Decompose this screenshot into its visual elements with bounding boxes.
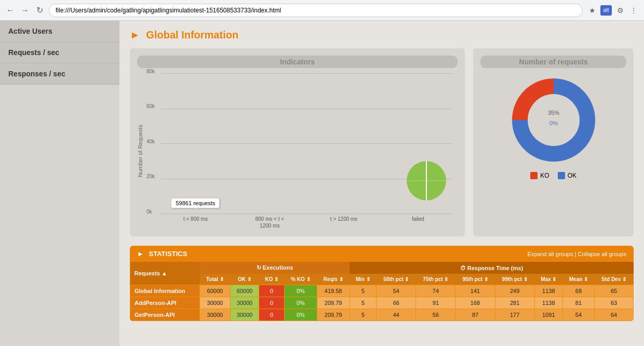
col-pct50[interactable]: 50th pct ⇕ xyxy=(377,274,416,285)
cell-ok: 60000 xyxy=(230,285,259,297)
x-label-lt800: t < 800 ms xyxy=(166,216,225,229)
col-ok[interactable]: OK ⇕ xyxy=(230,274,259,285)
cell-total: 30000 xyxy=(200,297,230,309)
page-title: ► Global Information xyxy=(130,29,634,41)
col-pct-ko[interactable]: % KO ⇕ xyxy=(285,274,317,285)
ko-color xyxy=(530,172,538,179)
cell-pct50: 54 xyxy=(377,285,416,297)
charts-row: Indicators Number of Requests 80k 60k 40… xyxy=(130,48,634,236)
svg-text:35%: 35% xyxy=(548,110,559,116)
pie-chart-title: Number of requests xyxy=(480,56,626,68)
collapse-all-link[interactable]: Collapse all groups xyxy=(578,251,626,257)
y-axis-label: Number of Requests xyxy=(137,73,143,229)
table-row: GetPerson-API 30000 30000 0 0% 209.79 5 … xyxy=(130,309,634,321)
col-requests: Requests ▲ xyxy=(130,262,200,285)
sidebar-item-requests-sec[interactable]: Requests / sec xyxy=(0,42,119,63)
cell-pct-ko: 0% xyxy=(285,297,317,309)
grid-label-0k: 0k xyxy=(146,208,152,214)
stats-tbody: Global Information 60000 60000 0 0% 419.… xyxy=(130,285,634,321)
ext1-icon: att xyxy=(600,5,612,16)
bar-chart-inner: 80k 60k 40k 20k 0k 59861 requests xyxy=(145,73,458,229)
grid-label-80k: 80k xyxy=(146,68,155,74)
col-mean[interactable]: Mean ⇕ xyxy=(562,274,594,285)
stats-header: ► STATISTICS Expand all groups | Collaps… xyxy=(130,246,634,262)
cell-pct-ko: 0% xyxy=(285,309,317,321)
back-button[interactable]: ← xyxy=(5,5,16,16)
cell-req-s: 209.79 xyxy=(317,297,350,309)
cell-std-dev: 64 xyxy=(595,309,634,321)
pie-legend: KO OK xyxy=(530,172,576,179)
content-area: ► Global Information Indicators Number o… xyxy=(119,21,644,346)
stats-title: ► STATISTICS xyxy=(137,250,187,258)
cell-ok: 30000 xyxy=(230,297,259,309)
grid-label-40k: 40k xyxy=(146,138,155,144)
cell-max: 1091 xyxy=(534,309,562,321)
cell-pct75: 56 xyxy=(416,309,455,321)
cell-pct75: 91 xyxy=(416,297,455,309)
col-max[interactable]: Max ⇕ xyxy=(534,274,562,285)
clock-icon: ⏱ xyxy=(460,265,466,271)
col-ko[interactable]: KO ⇕ xyxy=(259,274,285,285)
col-response-time: ⏱ Response Time (ms) xyxy=(350,262,633,274)
cell-ko: 0 xyxy=(259,297,285,309)
cell-ko: 0 xyxy=(259,309,285,321)
cell-max: 1138 xyxy=(534,285,562,297)
cell-req-s: 209.79 xyxy=(317,309,350,321)
cell-pct99: 281 xyxy=(495,297,534,309)
menu-icon[interactable]: ⋮ xyxy=(628,5,639,16)
col-std-dev[interactable]: Std Dev ⇕ xyxy=(595,274,634,285)
legend-ok: OK xyxy=(558,172,576,179)
star-icon[interactable]: ★ xyxy=(587,5,597,16)
cell-mean: 68 xyxy=(562,285,594,297)
svg-text:0%: 0% xyxy=(549,120,558,126)
cell-name: AddPerson-API xyxy=(130,297,200,309)
reload-button[interactable]: ↻ xyxy=(34,5,45,16)
url-bar[interactable] xyxy=(49,4,583,17)
x-axis-labels: t < 800 ms 800 ms < t <1200 ms t > 1200 … xyxy=(161,216,452,229)
cell-req-s: 419.58 xyxy=(317,285,350,297)
cell-std-dev: 63 xyxy=(595,297,634,309)
stats-header-links: Expand all groups | Collapse all groups xyxy=(527,251,626,257)
legend-ko: KO xyxy=(530,172,549,179)
ext2-icon: ⚙ xyxy=(615,5,625,16)
cell-pct-ko: 0% xyxy=(285,285,317,297)
cell-std-dev: 65 xyxy=(595,285,634,297)
col-total[interactable]: Total ⇕ xyxy=(200,274,230,285)
cell-pct95: 87 xyxy=(455,309,495,321)
cell-max: 1138 xyxy=(534,297,562,309)
pie-chart-box: Number of requests 35% 0% xyxy=(473,48,634,236)
ko-label: KO xyxy=(540,172,549,179)
bar-chart-area: Number of Requests 80k 60k 40k 20k 0k xyxy=(137,73,458,229)
col-req-s[interactable]: Req/s ⇕ xyxy=(317,274,350,285)
refresh-icon: ↻ xyxy=(257,264,261,271)
cell-pct50: 66 xyxy=(377,297,416,309)
title-arrow-icon: ► xyxy=(130,29,140,41)
cell-min: 5 xyxy=(350,309,376,321)
stats-arrow-icon: ► xyxy=(137,250,144,258)
indicators-chart-box: Indicators Number of Requests 80k 60k 40… xyxy=(130,48,465,236)
cell-pct95: 141 xyxy=(455,285,495,297)
cell-pct95: 168 xyxy=(455,297,495,309)
cell-ok: 30000 xyxy=(230,309,259,321)
ok-color xyxy=(558,172,565,179)
table-header-row-1: Requests ▲ ↻ Executions ⏱ Response Time … xyxy=(130,262,634,274)
col-executions: ↻ Executions xyxy=(200,262,350,274)
main-layout: Active Users Requests / sec Responses / … xyxy=(0,21,644,346)
indicators-chart-title: Indicators xyxy=(137,56,458,68)
cell-min: 5 xyxy=(350,285,376,297)
stats-table: Requests ▲ ↻ Executions ⏱ Response Time … xyxy=(130,262,634,321)
sidebar-item-responses-sec[interactable]: Responses / sec xyxy=(0,63,119,85)
cell-mean: 81 xyxy=(562,297,594,309)
col-pct75[interactable]: 75th pct ⇕ xyxy=(416,274,455,285)
col-pct99[interactable]: 99th pct ⇕ xyxy=(495,274,534,285)
sidebar-item-active-users[interactable]: Active Users xyxy=(0,21,119,42)
ok-label: OK xyxy=(568,172,576,179)
col-pct95[interactable]: 95th pct ⇕ xyxy=(455,274,495,285)
col-min[interactable]: Min ⇕ xyxy=(350,274,376,285)
forward-button[interactable]: → xyxy=(20,5,30,16)
cell-name: Global Information xyxy=(130,285,200,297)
inline-pie-svg xyxy=(406,160,447,202)
grid-label-20k: 20k xyxy=(146,174,155,179)
grid-label-60k: 60k xyxy=(146,103,155,109)
expand-all-link[interactable]: Expand all groups xyxy=(527,251,573,257)
